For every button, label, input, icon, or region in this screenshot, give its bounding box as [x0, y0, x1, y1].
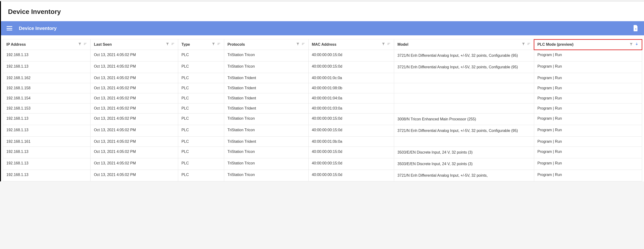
- export-icon[interactable]: x: [633, 25, 638, 31]
- table-row[interactable]: 192.168.1.154Oct 13, 2021 4:05:02 PMPLCT…: [3, 93, 642, 103]
- cell-lastSeen: Oct 13, 2021 4:05:02 PM: [90, 147, 178, 158]
- sort-icon[interactable]: [302, 42, 305, 47]
- cell-proto: TriStation Tricon: [224, 170, 308, 181]
- table-row[interactable]: 192.168.1.13Oct 13, 2021 4:05:02 PMPLCTr…: [3, 61, 642, 73]
- cell-mac: 40:00:00:00:15:0d: [308, 170, 394, 181]
- table-row[interactable]: 192.168.1.153Oct 13, 2021 4:05:02 PMPLCT…: [3, 103, 642, 114]
- cell-ip: 192.168.1.13: [3, 170, 90, 181]
- col-label: Protocols: [228, 42, 245, 47]
- cell-plc: Program | Run: [534, 93, 642, 103]
- cell-model: 3721/N Enh Differential Analog Input, +/…: [394, 61, 534, 73]
- cell-proto: TriStation Trident: [224, 73, 308, 83]
- cell-mac: 40:00:00:00:15:0d: [308, 61, 394, 73]
- cell-ip: 192.168.1.13: [3, 50, 90, 61]
- cell-mac: 40:00:00:01:08:0b: [308, 83, 394, 93]
- cell-model: [394, 93, 534, 103]
- col-header-ip[interactable]: IP Address: [3, 39, 90, 50]
- cell-mac: 40:00:00:01:0b:0a: [308, 137, 394, 147]
- table-row[interactable]: 192.168.1.158Oct 13, 2021 4:05:02 PMPLCT…: [3, 83, 642, 93]
- header-title: Device Inventory: [19, 26, 56, 31]
- cell-ip: 192.168.1.154: [3, 93, 90, 103]
- cell-ip: 192.168.1.13: [3, 158, 90, 170]
- cell-type: PLC: [178, 114, 224, 125]
- sort-icon[interactable]: [171, 42, 175, 47]
- filter-icon[interactable]: [630, 42, 633, 47]
- sort-icon[interactable]: [527, 42, 530, 47]
- col-label: Model: [398, 42, 408, 47]
- cell-mac: 40:00:00:00:15:0d: [308, 147, 394, 158]
- cell-plc: Program | Run: [534, 125, 642, 137]
- table-row[interactable]: 192.168.1.13Oct 13, 2021 4:05:02 PMPLCTr…: [3, 170, 642, 181]
- app-header: Device Inventory x: [1, 21, 644, 35]
- cell-mac: 40:00:00:00:15:0d: [308, 50, 394, 61]
- filter-icon[interactable]: [78, 42, 82, 47]
- cell-lastSeen: Oct 13, 2021 4:05:02 PM: [90, 170, 178, 181]
- inventory-table-container: IP Address Last Seen: [1, 35, 644, 181]
- col-label: IP Address: [6, 42, 26, 47]
- cell-lastSeen: Oct 13, 2021 4:05:02 PM: [90, 125, 178, 137]
- filter-icon[interactable]: [522, 42, 525, 47]
- cell-type: PLC: [178, 137, 224, 147]
- cell-proto: TriStation Tricon: [224, 61, 308, 73]
- cell-proto: TriStation Trident: [224, 137, 308, 147]
- cell-model: [394, 137, 534, 147]
- cell-model: [394, 83, 534, 93]
- filter-icon[interactable]: [382, 42, 385, 47]
- inventory-table: IP Address Last Seen: [3, 39, 642, 181]
- cell-model: [394, 73, 534, 83]
- filter-icon[interactable]: [212, 42, 215, 47]
- sort-icon[interactable]: [217, 42, 221, 47]
- col-label: Last Seen: [94, 42, 112, 47]
- arrow-down-icon[interactable]: [635, 42, 638, 47]
- table-row[interactable]: 192.168.1.161Oct 13, 2021 4:05:02 PMPLCT…: [3, 137, 642, 147]
- col-header-lastseen[interactable]: Last Seen: [90, 39, 178, 50]
- cell-plc: Program | Run: [534, 103, 642, 114]
- cell-type: PLC: [178, 50, 224, 61]
- col-label: Type: [182, 42, 190, 47]
- col-header-protocols[interactable]: Protocols: [224, 39, 308, 50]
- filter-icon[interactable]: [296, 42, 300, 47]
- cell-lastSeen: Oct 13, 2021 4:05:02 PM: [90, 73, 178, 83]
- cell-proto: TriStation Tricon: [224, 147, 308, 158]
- col-header-type[interactable]: Type: [178, 39, 224, 50]
- cell-plc: Program | Run: [534, 147, 642, 158]
- cell-lastSeen: Oct 13, 2021 4:05:02 PM: [90, 103, 178, 114]
- col-header-mac[interactable]: MAC Address: [308, 39, 394, 50]
- cell-mac: 40:00:00:01:0c:0a: [308, 73, 394, 83]
- cell-mac: 40:00:00:00:15:0d: [308, 158, 394, 170]
- cell-type: PLC: [178, 147, 224, 158]
- cell-ip: 192.168.1.153: [3, 103, 90, 114]
- cell-plc: Program | Run: [534, 61, 642, 73]
- cell-model: 3721/N Enh Differential Analog Input, +/…: [394, 170, 534, 181]
- cell-ip: 192.168.1.13: [3, 125, 90, 137]
- cell-mac: 40:00:00:01:04:0a: [308, 93, 394, 103]
- table-row[interactable]: 192.168.1.13Oct 13, 2021 4:05:02 PMPLCTr…: [3, 125, 642, 137]
- cell-model: 3503/E/EN Discrete Input, 24 V, 32 point…: [394, 147, 534, 158]
- cell-ip: 192.168.1.13: [3, 114, 90, 125]
- table-row[interactable]: 192.168.1.162Oct 13, 2021 4:05:02 PMPLCT…: [3, 73, 642, 83]
- table-row[interactable]: 192.168.1.13Oct 13, 2021 4:05:02 PMPLCTr…: [3, 114, 642, 125]
- sort-icon[interactable]: [387, 42, 390, 47]
- sort-icon[interactable]: [84, 42, 87, 47]
- cell-proto: TriStation Trident: [224, 103, 308, 114]
- col-label: MAC Address: [312, 42, 336, 47]
- table-row[interactable]: 192.168.1.13Oct 13, 2021 4:05:02 PMPLCTr…: [3, 50, 642, 61]
- cell-model: 3008/N Tricon Enhanced Main Processor (2…: [394, 114, 534, 125]
- table-header-row: IP Address Last Seen: [3, 39, 642, 50]
- svg-text:x: x: [635, 27, 637, 30]
- table-row[interactable]: 192.168.1.13Oct 13, 2021 4:05:02 PMPLCTr…: [3, 158, 642, 170]
- cell-mac: 40:00:00:00:15:0d: [308, 114, 394, 125]
- table-row[interactable]: 192.168.1.13Oct 13, 2021 4:05:02 PMPLCTr…: [3, 147, 642, 158]
- cell-model: 3721/N Enh Differential Analog Input, +/…: [394, 50, 534, 61]
- cell-mac: 40:00:00:00:15:0d: [308, 125, 394, 137]
- cell-plc: Program | Run: [534, 170, 642, 181]
- cell-proto: TriStation Tricon: [224, 50, 308, 61]
- menu-icon[interactable]: [6, 25, 12, 31]
- cell-proto: TriStation Tricon: [224, 114, 308, 125]
- cell-proto: TriStation Tricon: [224, 158, 308, 170]
- cell-plc: Program | Run: [534, 50, 642, 61]
- filter-icon[interactable]: [166, 42, 169, 47]
- col-header-model[interactable]: Model: [394, 39, 534, 50]
- col-header-plc-mode[interactable]: PLC Mode (preview): [534, 39, 642, 50]
- cell-lastSeen: Oct 13, 2021 4:05:02 PM: [90, 114, 178, 125]
